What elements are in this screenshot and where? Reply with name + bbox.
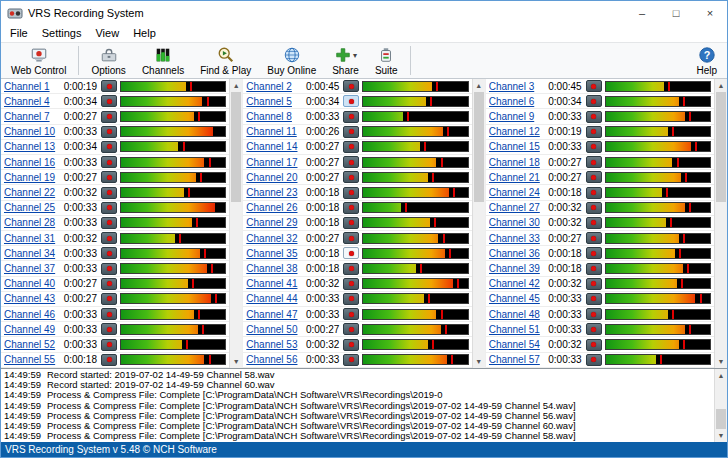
- record-button[interactable]: [101, 232, 117, 244]
- channel-link[interactable]: Channel 5: [246, 96, 301, 107]
- scrollbar[interactable]: ▲▼: [714, 79, 727, 368]
- record-button[interactable]: [101, 126, 117, 138]
- channel-link[interactable]: Channel 1: [4, 81, 59, 92]
- channel-link[interactable]: Channel 44: [246, 293, 301, 304]
- record-button[interactable]: [343, 126, 359, 138]
- channel-link[interactable]: Channel 45: [489, 293, 544, 304]
- channel-link[interactable]: Channel 48: [489, 309, 544, 320]
- record-button[interactable]: [343, 339, 359, 351]
- record-button[interactable]: [586, 111, 602, 123]
- channel-link[interactable]: Channel 23: [246, 187, 301, 198]
- record-button[interactable]: [101, 80, 117, 92]
- channel-link[interactable]: Channel 18: [489, 157, 544, 168]
- channel-link[interactable]: Channel 46: [4, 309, 59, 320]
- record-button[interactable]: [343, 80, 359, 92]
- record-button[interactable]: [101, 278, 117, 290]
- channel-link[interactable]: Channel 50: [246, 324, 301, 335]
- scroll-up-arrow[interactable]: ▲: [473, 79, 485, 92]
- channel-link[interactable]: Channel 19: [4, 172, 59, 183]
- toolbar-share-button[interactable]: ▾Share: [324, 43, 367, 78]
- channel-link[interactable]: Channel 35: [246, 248, 301, 259]
- record-button[interactable]: [586, 232, 602, 244]
- scroll-up-arrow[interactable]: ▲: [715, 369, 727, 382]
- channel-link[interactable]: Channel 12: [489, 126, 544, 137]
- record-button[interactable]: [586, 187, 602, 199]
- record-button[interactable]: [586, 339, 602, 351]
- toolbar-find-play-button[interactable]: Find & Play: [192, 43, 259, 78]
- maximize-button[interactable]: □: [659, 1, 693, 24]
- channel-link[interactable]: Channel 4: [4, 96, 59, 107]
- channel-link[interactable]: Channel 24: [489, 187, 544, 198]
- toolbar-buy-online-button[interactable]: Buy Online: [259, 43, 324, 78]
- scrollbar-thumb[interactable]: [716, 409, 726, 429]
- record-button[interactable]: [343, 141, 359, 153]
- channel-link[interactable]: Channel 49: [4, 324, 59, 335]
- record-button[interactable]: [586, 293, 602, 305]
- scrollbar-track[interactable]: [715, 382, 727, 429]
- channel-link[interactable]: Channel 7: [4, 111, 59, 122]
- channel-link[interactable]: Channel 16: [4, 157, 59, 168]
- channel-link[interactable]: Channel 41: [246, 278, 301, 289]
- channel-link[interactable]: Channel 14: [246, 141, 301, 152]
- channel-link[interactable]: Channel 57: [489, 354, 544, 365]
- channel-link[interactable]: Channel 37: [4, 263, 59, 274]
- channel-link[interactable]: Channel 31: [4, 233, 59, 244]
- channel-link[interactable]: Channel 32: [246, 233, 301, 244]
- channel-link[interactable]: Channel 36: [489, 248, 544, 259]
- record-button[interactable]: [586, 171, 602, 183]
- channel-link[interactable]: Channel 13: [4, 141, 59, 152]
- record-button[interactable]: [343, 308, 359, 320]
- channel-link[interactable]: Channel 25: [4, 202, 59, 213]
- record-button[interactable]: [343, 171, 359, 183]
- channel-link[interactable]: Channel 30: [489, 217, 544, 228]
- record-button[interactable]: [101, 339, 117, 351]
- scrollbar-thumb[interactable]: [716, 92, 726, 202]
- toolbar-options-button[interactable]: Options: [83, 43, 133, 78]
- scroll-up-arrow[interactable]: ▲: [230, 79, 242, 92]
- record-button[interactable]: [101, 171, 117, 183]
- scrollbar[interactable]: ▲▼: [229, 79, 242, 368]
- scrollbar-track[interactable]: [473, 92, 485, 355]
- menu-view[interactable]: View: [88, 25, 126, 41]
- scroll-down-arrow[interactable]: ▼: [230, 355, 242, 368]
- record-button[interactable]: [586, 156, 602, 168]
- channel-link[interactable]: Channel 21: [489, 172, 544, 183]
- scrollbar-track[interactable]: [230, 92, 242, 355]
- channel-link[interactable]: Channel 27: [489, 202, 544, 213]
- menu-settings[interactable]: Settings: [35, 25, 89, 41]
- record-button[interactable]: [101, 263, 117, 275]
- channel-link[interactable]: Channel 29: [246, 217, 301, 228]
- channel-link[interactable]: Channel 26: [246, 202, 301, 213]
- record-button[interactable]: [343, 278, 359, 290]
- toolbar-channels-button[interactable]: Channels: [134, 43, 192, 78]
- scroll-down-arrow[interactable]: ▼: [715, 429, 727, 442]
- record-button[interactable]: [343, 354, 359, 366]
- record-button[interactable]: [343, 247, 359, 259]
- menu-file[interactable]: File: [3, 25, 35, 41]
- channel-link[interactable]: Channel 17: [246, 157, 301, 168]
- toolbar-web-control-button[interactable]: Web Control: [3, 43, 74, 78]
- scrollbar-thumb[interactable]: [474, 92, 484, 202]
- channel-link[interactable]: Channel 53: [246, 339, 301, 350]
- record-button[interactable]: [101, 141, 117, 153]
- record-button[interactable]: [101, 293, 117, 305]
- channel-link[interactable]: Channel 10: [4, 126, 59, 137]
- channel-link[interactable]: Channel 42: [489, 278, 544, 289]
- record-button[interactable]: [343, 217, 359, 229]
- channel-link[interactable]: Channel 47: [246, 309, 301, 320]
- menu-help[interactable]: Help: [126, 25, 163, 41]
- record-button[interactable]: [343, 323, 359, 335]
- record-button[interactable]: [101, 323, 117, 335]
- channel-link[interactable]: Channel 56: [246, 354, 301, 365]
- scrollbar[interactable]: ▲▼: [472, 79, 485, 368]
- channel-link[interactable]: Channel 8: [246, 111, 301, 122]
- chevron-down-icon[interactable]: ▾: [353, 51, 357, 60]
- channel-link[interactable]: Channel 22: [4, 187, 59, 198]
- record-button[interactable]: [586, 141, 602, 153]
- record-button[interactable]: [101, 156, 117, 168]
- channel-link[interactable]: Channel 38: [246, 263, 301, 274]
- record-button[interactable]: [343, 156, 359, 168]
- record-button[interactable]: [343, 202, 359, 214]
- scroll-up-arrow[interactable]: ▲: [715, 79, 727, 92]
- record-button[interactable]: [586, 354, 602, 366]
